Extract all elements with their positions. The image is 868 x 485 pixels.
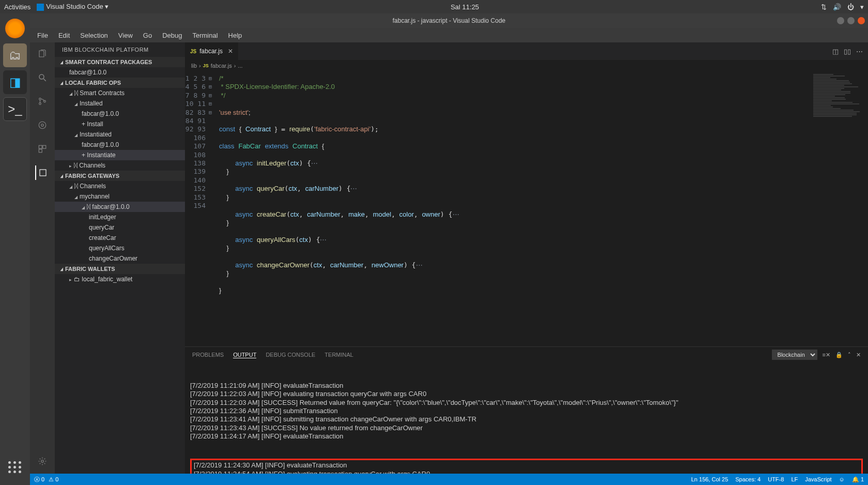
source-control-icon[interactable] xyxy=(35,94,50,109)
breadcrumb[interactable]: lib › JS fabcar.js › ... xyxy=(185,60,868,71)
tab-close-icon[interactable]: ✕ xyxy=(228,48,233,55)
more-actions-icon[interactable]: ⋯ xyxy=(856,48,863,55)
svg-rect-10 xyxy=(40,170,46,176)
svg-point-3 xyxy=(39,103,41,105)
menu-go[interactable]: Go xyxy=(139,30,156,41)
panel-tab-problems[interactable]: PROBLEMS xyxy=(192,352,224,358)
section-local-fabric-ops[interactable]: LOCAL FABRIC OPS xyxy=(55,78,185,88)
status-bar: ⓧ 0 ⚠ 0 Ln 156, Col 25 Spaces: 4 UTF-8 L… xyxy=(30,474,868,485)
settings-gear-icon[interactable] xyxy=(35,454,50,468)
lock-scroll-icon[interactable]: 🔒 xyxy=(835,352,843,358)
ubuntu-launcher: 🗂 ◨ >_ xyxy=(0,13,30,485)
bottom-panel: PROBLEMS OUTPUT DEBUG CONSOLE TERMINAL B… xyxy=(185,346,868,474)
vscode-menubar: FileEditSelectionViewGoDebugTerminalHelp xyxy=(30,28,868,42)
window-title: fabcar.js - javascript - Visual Studio C… xyxy=(393,17,506,24)
editor-tabs: JS fabcar.js ✕ ◫ ▯▯ ⋯ xyxy=(185,42,868,60)
ibm-blockchain-icon[interactable] xyxy=(35,165,50,180)
status-encoding[interactable]: UTF-8 xyxy=(768,476,784,482)
power-icon[interactable]: ⏻ xyxy=(847,3,854,11)
vscode-icon[interactable]: ◨ xyxy=(3,70,27,94)
tree-channels-local[interactable]: ᛞ Channels xyxy=(55,160,185,171)
files-icon[interactable]: 🗂 xyxy=(3,43,27,67)
sidebar-title: IBM BLOCKCHAIN PLATFORM xyxy=(55,42,185,57)
window-minimize-button[interactable] xyxy=(837,17,844,24)
extensions-icon[interactable] xyxy=(35,142,50,156)
svg-line-1 xyxy=(43,79,46,81)
status-feedback-icon[interactable]: ☺ xyxy=(839,476,845,482)
instantiate-action[interactable]: + Instantiate xyxy=(55,150,185,160)
fn-changecarowner[interactable]: changeCarOwner xyxy=(55,253,185,264)
instantiated-item[interactable]: fabcar@1.0.0 xyxy=(55,140,185,150)
explorer-icon[interactable] xyxy=(35,47,50,61)
svg-rect-9 xyxy=(39,149,42,153)
tree-instantiated[interactable]: Instantiated xyxy=(55,129,185,140)
section-fabric-wallets[interactable]: FABRIC WALLETS xyxy=(55,264,185,274)
output-channel-select[interactable]: Blockchain xyxy=(772,350,817,360)
clear-output-icon[interactable]: ≡✕ xyxy=(823,352,830,358)
tree-mychannel[interactable]: mychannel xyxy=(55,191,185,202)
svg-point-0 xyxy=(39,74,44,79)
status-notifications-icon[interactable]: 🔔 1 xyxy=(852,476,864,483)
volume-icon[interactable]: 🔊 xyxy=(833,3,841,11)
panel-tab-output[interactable]: OUTPUT xyxy=(233,352,256,358)
package-item[interactable]: fabcar@1.0.0 xyxy=(55,67,185,78)
status-errors[interactable]: ⓧ 0 xyxy=(34,476,44,483)
panel-tab-terminal[interactable]: TERMINAL xyxy=(324,352,353,358)
app-grid-icon[interactable] xyxy=(3,455,27,479)
section-smart-contract-packages[interactable]: SMART CONTRACT PACKAGES xyxy=(55,57,185,67)
install-action[interactable]: + Install xyxy=(55,119,185,129)
app-indicator[interactable]: Visual Studio Code ▾ xyxy=(37,3,109,11)
menu-debug[interactable]: Debug xyxy=(158,30,186,41)
tree-installed[interactable]: Installed xyxy=(55,98,185,109)
section-fabric-gateways[interactable]: FABRIC GATEWAYS xyxy=(55,171,185,181)
panel-close-icon[interactable]: ✕ xyxy=(856,352,861,358)
search-icon[interactable] xyxy=(35,70,50,85)
tree-smart-contracts[interactable]: ᛞ Smart Contracts xyxy=(55,88,185,98)
network-icon[interactable]: ⇅ xyxy=(821,3,827,11)
status-language[interactable]: JavaScript xyxy=(805,476,831,482)
sidebar: IBM BLOCKCHAIN PLATFORM SMART CONTRACT P… xyxy=(55,42,185,474)
menu-terminal[interactable]: Terminal xyxy=(188,30,222,41)
svg-point-5 xyxy=(39,122,46,129)
fn-initledger[interactable]: initLedger xyxy=(55,212,185,222)
highlighted-output: [7/2/2019 11:24:30 AM] [INFO] evaluateTr… xyxy=(190,459,863,474)
layout-icon[interactable]: ▯▯ xyxy=(844,48,851,55)
wallet-item[interactable]: 🗀 local_fabric_wallet xyxy=(55,274,185,284)
fn-querycar[interactable]: queryCar xyxy=(55,222,185,233)
menu-help[interactable]: Help xyxy=(224,30,246,41)
activities-button[interactable]: Activities xyxy=(4,3,30,11)
firefox-icon[interactable] xyxy=(3,17,27,40)
menu-view[interactable]: View xyxy=(114,30,137,41)
system-clock[interactable]: Sal 11:25 xyxy=(109,3,821,11)
tree-channels-gateway[interactable]: ᛞ Channels xyxy=(55,181,185,191)
output-content[interactable]: [7/2/2019 11:21:09 AM] [INFO] evaluateTr… xyxy=(185,362,868,474)
installed-item[interactable]: fabcar@1.0.0 xyxy=(55,109,185,119)
menu-selection[interactable]: Selection xyxy=(76,30,112,41)
tree-fabcar[interactable]: ᛞ fabcar@1.0.0 xyxy=(55,202,185,212)
code-editor[interactable]: 1 2 3 4 5 6 7 8 9 10 11 82 83 84 91 92 9… xyxy=(185,71,868,346)
system-menu-chevron[interactable]: ▾ xyxy=(860,3,864,11)
svg-point-11 xyxy=(41,460,44,463)
menu-file[interactable]: File xyxy=(33,30,52,41)
vscode-window: fabcar.js - javascript - Visual Studio C… xyxy=(30,13,868,485)
panel-maximize-icon[interactable]: ˄ xyxy=(848,352,851,358)
tab-fabcar[interactable]: JS fabcar.js ✕ xyxy=(185,42,239,60)
split-editor-icon[interactable]: ◫ xyxy=(832,48,839,55)
status-cursor[interactable]: Ln 156, Col 25 xyxy=(691,476,729,482)
window-close-button[interactable] xyxy=(858,17,865,24)
svg-rect-7 xyxy=(39,145,42,148)
window-maximize-button[interactable] xyxy=(847,17,855,24)
panel-tab-debug-console[interactable]: DEBUG CONSOLE xyxy=(266,352,315,358)
status-spaces[interactable]: Spaces: 4 xyxy=(735,476,761,482)
fn-createcar[interactable]: createCar xyxy=(55,233,185,243)
status-warnings[interactable]: ⚠ 0 xyxy=(49,476,58,483)
status-eol[interactable]: LF xyxy=(791,476,798,482)
vscode-titlebar: fabcar.js - javascript - Visual Studio C… xyxy=(30,13,868,28)
fn-queryallcars[interactable]: queryAllCars xyxy=(55,243,185,253)
minimap[interactable] xyxy=(811,71,868,346)
svg-point-2 xyxy=(39,98,41,100)
terminal-icon[interactable]: >_ xyxy=(3,97,27,121)
tab-label: fabcar.js xyxy=(199,48,223,55)
menu-edit[interactable]: Edit xyxy=(54,30,74,41)
debug-icon[interactable] xyxy=(35,118,50,132)
